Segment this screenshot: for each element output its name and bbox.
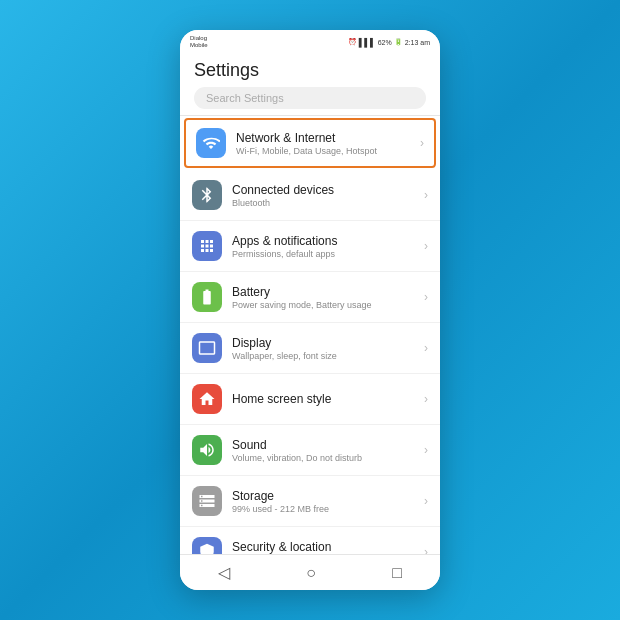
- carrier-text: DialogMobile: [190, 35, 208, 49]
- network-title: Network & Internet: [236, 131, 416, 145]
- settings-list: Network & InternetWi-Fi, Mobile, Data Us…: [180, 116, 440, 554]
- battery-icon: [192, 282, 222, 312]
- battery-chevron: ›: [424, 290, 428, 304]
- search-input[interactable]: Search Settings: [194, 87, 426, 109]
- apps-icon: [192, 231, 222, 261]
- back-button[interactable]: ◁: [218, 563, 230, 582]
- settings-header: Settings Search Settings: [180, 52, 440, 116]
- status-bar: DialogMobile ⏰ ▌▌▌ 62% 🔋 2:13 am: [180, 30, 440, 52]
- display-icon: [192, 333, 222, 363]
- homescreen-chevron: ›: [424, 392, 428, 406]
- sound-icon: [192, 435, 222, 465]
- apps-chevron: ›: [424, 239, 428, 253]
- settings-item-security[interactable]: Security & locationScreen lock›: [180, 527, 440, 554]
- battery-subtitle: Power saving mode, Battery usage: [232, 300, 420, 310]
- homescreen-title: Home screen style: [232, 392, 420, 406]
- devices-icon: [192, 180, 222, 210]
- storage-chevron: ›: [424, 494, 428, 508]
- settings-item-devices[interactable]: Connected devicesBluetooth›: [180, 170, 440, 221]
- network-subtitle: Wi-Fi, Mobile, Data Usage, Hotspot: [236, 146, 416, 156]
- settings-item-homescreen[interactable]: Home screen style›: [180, 374, 440, 425]
- settings-item-sound[interactable]: SoundVolume, vibration, Do not disturb›: [180, 425, 440, 476]
- phone-frame: DialogMobile ⏰ ▌▌▌ 62% 🔋 2:13 am Setting…: [180, 30, 440, 590]
- storage-title: Storage: [232, 489, 420, 503]
- network-chevron: ›: [420, 136, 424, 150]
- security-title: Security & location: [232, 540, 420, 554]
- home-button[interactable]: ○: [306, 564, 316, 582]
- time-text: 2:13 am: [405, 39, 430, 46]
- devices-subtitle: Bluetooth: [232, 198, 420, 208]
- settings-item-battery[interactable]: BatteryPower saving mode, Battery usage›: [180, 272, 440, 323]
- storage-subtitle: 99% used - 212 MB free: [232, 504, 420, 514]
- signal-bars: ▌▌▌: [359, 38, 376, 47]
- settings-item-display[interactable]: DisplayWallpaper, sleep, font size›: [180, 323, 440, 374]
- battery-title: Battery: [232, 285, 420, 299]
- battery-text: 62%: [378, 39, 392, 46]
- status-icons: ⏰ ▌▌▌ 62% 🔋 2:13 am: [348, 38, 430, 47]
- security-icon: [192, 537, 222, 554]
- devices-title: Connected devices: [232, 183, 420, 197]
- sound-subtitle: Volume, vibration, Do not disturb: [232, 453, 420, 463]
- security-chevron: ›: [424, 545, 428, 554]
- settings-item-storage[interactable]: Storage99% used - 212 MB free›: [180, 476, 440, 527]
- homescreen-icon: [192, 384, 222, 414]
- display-title: Display: [232, 336, 420, 350]
- nav-bar: ◁ ○ □: [180, 554, 440, 590]
- page-title: Settings: [194, 60, 426, 81]
- devices-chevron: ›: [424, 188, 428, 202]
- settings-item-network[interactable]: Network & InternetWi-Fi, Mobile, Data Us…: [184, 118, 436, 168]
- network-icon: [196, 128, 226, 158]
- display-chevron: ›: [424, 341, 428, 355]
- apps-title: Apps & notifications: [232, 234, 420, 248]
- display-subtitle: Wallpaper, sleep, font size: [232, 351, 420, 361]
- battery-icon: 🔋: [394, 38, 403, 46]
- apps-subtitle: Permissions, default apps: [232, 249, 420, 259]
- alarm-icon: ⏰: [348, 38, 357, 46]
- storage-icon: [192, 486, 222, 516]
- sound-title: Sound: [232, 438, 420, 452]
- recents-button[interactable]: □: [392, 564, 402, 582]
- sound-chevron: ›: [424, 443, 428, 457]
- settings-item-apps[interactable]: Apps & notificationsPermissions, default…: [180, 221, 440, 272]
